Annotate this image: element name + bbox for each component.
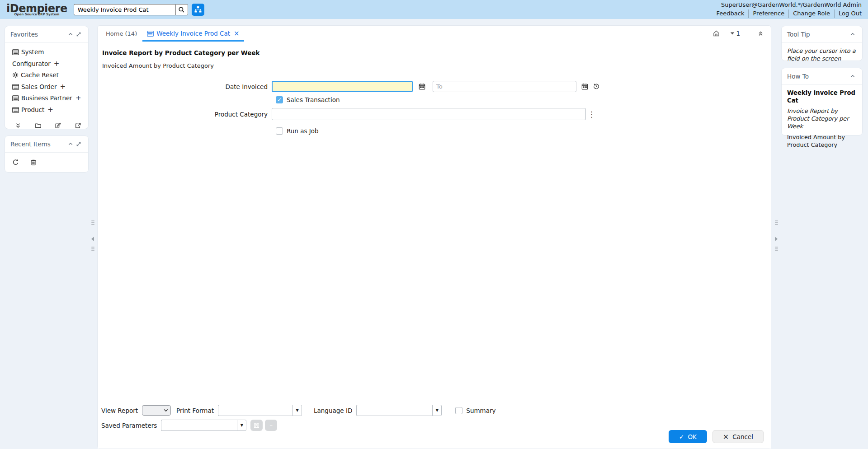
- favorite-item-cache-reset[interactable]: Cache Reset: [12, 70, 86, 81]
- howto-subheading: Invoice Report by Product Category per W…: [787, 108, 857, 130]
- right-splitter-grip[interactable]: [775, 247, 778, 251]
- left-splitter-grip[interactable]: [91, 220, 94, 225]
- open-windows-dropdown[interactable]: 1: [730, 30, 740, 37]
- sales-transaction-checkbox[interactable]: ✓: [276, 96, 283, 103]
- ok-button[interactable]: ✓ OK: [669, 430, 707, 443]
- favorites-title: Favorites: [10, 31, 38, 38]
- calendar-icon[interactable]: [579, 83, 590, 90]
- tab-close-icon[interactable]: ×: [234, 29, 240, 37]
- summary-checkbox[interactable]: [455, 407, 462, 414]
- chevron-down-icon: [164, 409, 168, 412]
- save-icon: [254, 422, 259, 428]
- tooltip-panel: Tool Tip Place your cursor into a field …: [781, 26, 863, 61]
- caret-down-icon: [730, 32, 735, 35]
- run-as-job-label: Run as Job: [287, 127, 319, 135]
- run-as-job-checkbox[interactable]: [276, 127, 283, 135]
- favorite-item-sales-order[interactable]: Sales Order+: [12, 81, 86, 93]
- expand-panel-icon[interactable]: [75, 30, 83, 38]
- view-report-label: View Report: [101, 407, 138, 414]
- right-splitter-grip[interactable]: [775, 220, 778, 225]
- save-parameters-button[interactable]: [250, 420, 263, 431]
- collapse-panel-icon[interactable]: [66, 30, 75, 38]
- print-format-combo: ▼: [218, 405, 302, 416]
- print-format-input[interactable]: [218, 405, 292, 416]
- history-icon[interactable]: [591, 83, 602, 90]
- collapse-all-icon[interactable]: [14, 122, 22, 130]
- search-input[interactable]: [74, 4, 175, 15]
- collapse-right-panel-icon[interactable]: [775, 237, 778, 241]
- edit-icon[interactable]: [54, 122, 62, 130]
- preference-link[interactable]: Preference: [748, 9, 788, 18]
- print-format-dropdown-button[interactable]: ▼: [292, 405, 302, 416]
- parameter-form: Date Invoiced ✓ Sales Transaction Produc…: [98, 81, 771, 135]
- trash-icon[interactable]: [29, 158, 38, 166]
- favorites-toolbar: [5, 117, 88, 130]
- favorite-item-business-partner[interactable]: Business Partner+: [12, 93, 86, 104]
- recent-items-toolbar: [5, 153, 88, 172]
- home-icon[interactable]: [712, 29, 720, 37]
- date-invoiced-from-input[interactable]: [272, 81, 413, 92]
- process-title: Invoice Report by Product Category per W…: [102, 49, 771, 56]
- folder-icon[interactable]: [34, 122, 42, 130]
- feedback-link[interactable]: Feedback: [712, 9, 749, 18]
- delete-parameters-button[interactable]: –: [265, 420, 277, 431]
- more-options-icon[interactable]: ⋮: [588, 110, 595, 119]
- howto-text: Invoiced Amount by Product Category: [787, 134, 857, 149]
- collapse-panel-icon[interactable]: [66, 140, 75, 148]
- product-category-input[interactable]: [272, 108, 586, 120]
- tab-home[interactable]: Home (14): [100, 30, 142, 37]
- collapse-left-panel-icon[interactable]: [91, 237, 94, 241]
- open-windows-count: 1: [736, 30, 740, 37]
- collapse-panel-icon[interactable]: [849, 30, 857, 38]
- process-subtitle: Invoiced Amount by Product Category: [102, 62, 771, 69]
- tab-weekly-invoice-prod-cat[interactable]: Weekly Invoice Prod Cat ×: [142, 26, 244, 41]
- refresh-icon[interactable]: [11, 158, 19, 166]
- search-button[interactable]: [175, 4, 188, 15]
- favorite-item-system-configurator[interactable]: System Configurator+: [12, 47, 86, 70]
- expand-node-icon[interactable]: +: [47, 106, 53, 114]
- caret-down-icon: ▼: [436, 408, 439, 412]
- collapse-panel-icon[interactable]: [849, 72, 857, 80]
- minus-icon: –: [270, 422, 273, 429]
- left-splitter-grip[interactable]: [91, 247, 94, 251]
- app-header: iDempiere Open Source ERP System SuperUs…: [0, 0, 868, 19]
- product-category-label: Product Category: [98, 111, 272, 118]
- logo-subtitle: Open Source ERP System: [6, 13, 67, 16]
- logout-link[interactable]: Log Out: [834, 9, 862, 18]
- expand-node-icon[interactable]: +: [60, 83, 66, 91]
- cancel-button[interactable]: × Cancel: [712, 430, 764, 443]
- menu-tree-button[interactable]: [192, 4, 204, 16]
- favorite-item-product[interactable]: Product+: [12, 104, 86, 116]
- logo-title: iDempiere: [6, 3, 67, 14]
- share-icon[interactable]: [74, 122, 82, 130]
- expand-node-icon[interactable]: +: [54, 60, 60, 68]
- expand-node-icon[interactable]: +: [75, 94, 81, 102]
- caret-down-icon: ▼: [296, 408, 298, 412]
- check-icon: ✓: [679, 433, 684, 440]
- recent-items-panel: Recent Items: [5, 136, 89, 173]
- saved-parameters-dropdown-button[interactable]: ▼: [237, 420, 246, 431]
- change-role-link[interactable]: Change Role: [788, 9, 834, 18]
- language-id-dropdown-button[interactable]: ▼: [432, 405, 442, 416]
- howto-heading: Weekly Invoice Prod Cat: [787, 89, 857, 104]
- close-icon: ×: [723, 432, 729, 441]
- recent-items-title: Recent Items: [10, 140, 51, 148]
- favorites-panel: Favorites System Configurator+ Cache Res…: [5, 26, 89, 129]
- expand-panel-icon[interactable]: [75, 140, 83, 148]
- saved-parameters-label: Saved Parameters: [101, 422, 157, 429]
- date-invoiced-label: Date Invoiced: [98, 83, 272, 90]
- favorite-label: Product: [21, 106, 44, 113]
- view-report-select[interactable]: [142, 405, 171, 416]
- desktop-tabbar: Home (14) Weekly Invoice Prod Cat × 1: [98, 26, 771, 41]
- language-id-input[interactable]: [356, 405, 432, 416]
- app-logo[interactable]: iDempiere Open Source ERP System: [6, 3, 67, 16]
- saved-parameters-input[interactable]: [161, 420, 237, 431]
- sales-transaction-row: ✓ Sales Transaction: [98, 96, 771, 103]
- collapse-header-icon[interactable]: [756, 29, 764, 37]
- date-invoiced-to-input[interactable]: [433, 81, 576, 92]
- favorites-header: Favorites: [5, 26, 88, 43]
- recent-items-header: Recent Items: [5, 136, 88, 153]
- favorite-label: Sales Order: [21, 83, 57, 90]
- tooltip-header: Tool Tip: [782, 26, 862, 43]
- calendar-icon[interactable]: [416, 83, 427, 90]
